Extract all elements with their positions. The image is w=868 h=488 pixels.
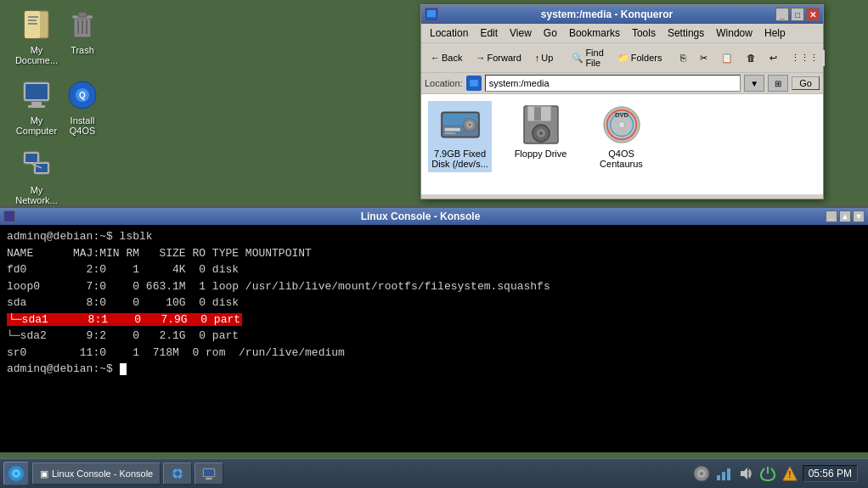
desktop-icon-network[interactable]: My Network... <box>7 144 66 209</box>
svg-rect-64 <box>727 468 730 480</box>
console-window: Linux Console - Konsole _ ▲ ▼ adminq@deb… <box>0 206 868 452</box>
konqueror-toolbar: ← Back → Forward ↑ Up 🔍 Find File 📁 Fold… <box>421 43 823 73</box>
console-line-5: └─sda1 8:1 0 7.9G 0 part <box>7 311 861 328</box>
up-arrow-icon: ↑ <box>535 53 540 63</box>
bar-resize-button[interactable]: ⊞ <box>768 75 788 92</box>
console-close-button[interactable]: ▼ <box>853 210 865 222</box>
cursor <box>120 363 127 375</box>
minimize-button[interactable]: _ <box>775 8 789 21</box>
back-button[interactable]: ← Back <box>425 50 468 65</box>
copy-button[interactable]: ⎘ <box>674 50 692 65</box>
console-body[interactable]: adminq@debian:~$ lsblk NAME MAJ:MIN RM S… <box>0 225 868 452</box>
monitor-icon <box>202 467 216 480</box>
taskbar-settings-button[interactable] <box>163 463 192 485</box>
install-icon: Q <box>65 78 99 112</box>
svg-rect-14 <box>28 105 45 108</box>
taskbar-monitor-button[interactable] <box>194 463 223 485</box>
svg-rect-37 <box>534 107 541 121</box>
hdd-icon <box>440 104 481 145</box>
systray-alert-icon[interactable]: ! <box>781 464 799 483</box>
menu-window[interactable]: Window <box>711 25 758 41</box>
menu-settings[interactable]: Settings <box>662 25 709 41</box>
console-line-2: fd0 2:0 1 4K 0 disk <box>7 261 861 278</box>
svg-rect-63 <box>722 472 725 480</box>
folders-button[interactable]: 📁 Folders <box>612 50 668 66</box>
menu-view[interactable]: View <box>504 25 537 41</box>
menu-location[interactable]: Location <box>425 25 473 41</box>
systray-network-icon[interactable] <box>714 464 733 483</box>
location-input[interactable]: system:/media <box>485 75 741 92</box>
svg-rect-33 <box>444 128 459 132</box>
svg-point-40 <box>539 132 543 135</box>
titlebar-controls: _ □ ✕ <box>775 8 820 21</box>
konqueror-title: system:/media - Konqueror <box>438 8 775 20</box>
trash-label: Trash <box>70 45 94 55</box>
copy-icon: ⎘ <box>680 53 686 63</box>
console-line-4: sda 8:0 0 10G 0 disk <box>7 294 861 311</box>
console-line-8: adminq@debian:~$ <box>7 361 861 378</box>
menu-bookmarks[interactable]: Bookmarks <box>564 25 625 41</box>
cut-button[interactable]: ✂ <box>694 50 713 66</box>
forward-button[interactable]: → Forward <box>470 50 527 65</box>
delete-icon: 🗑 <box>747 53 756 63</box>
svg-rect-62 <box>717 475 720 480</box>
find-file-button[interactable]: 🔍 Find File <box>566 45 609 70</box>
taskbar-konsole-button[interactable]: ▣ Linux Console - Konsole <box>32 463 161 485</box>
svg-rect-56 <box>204 469 214 476</box>
dvd-label: Q4OS Centaurus <box>593 149 650 169</box>
back-arrow-icon: ← <box>431 53 440 63</box>
paste-button[interactable]: 📋 <box>715 50 739 66</box>
console-line-0: adminq@debian:~$ lsblk <box>7 228 861 245</box>
systray: ! 05:56 PM <box>685 464 865 483</box>
go-button[interactable]: Go <box>792 76 820 90</box>
start-button[interactable] <box>3 462 29 485</box>
file-item-hdd[interactable]: 7.9GB FixedDisk (/dev/s... <box>428 101 492 172</box>
systray-power-icon[interactable] <box>758 464 777 483</box>
settings-icon <box>171 467 184 480</box>
console-maximize-button[interactable]: ▲ <box>839 210 851 222</box>
console-line-6: └─sda2 9:2 0 2.1G 0 part <box>7 328 861 345</box>
svg-point-44 <box>618 121 625 128</box>
svg-point-48 <box>14 472 18 475</box>
desktop-icon-install-q4os[interactable]: Q InstallQ4OS <box>53 75 112 139</box>
konsole-icon: ▣ <box>40 468 48 480</box>
menu-edit[interactable]: Edit <box>475 25 503 41</box>
paste-icon: 📋 <box>721 53 733 64</box>
grid-button[interactable]: ⋮⋮⋮ <box>785 50 825 66</box>
desktop-icon-trash[interactable]: Trash <box>53 4 112 59</box>
find-icon: 🔍 <box>572 53 583 64</box>
console-line-7: sr0 11:0 1 718M 0 rom /run/live/medium <box>7 345 861 362</box>
systray-audio-icon[interactable] <box>736 464 755 483</box>
svg-marker-65 <box>741 468 747 480</box>
highlighted-row: └─sda1 8:1 0 7.9G 0 part <box>7 313 242 326</box>
up-button[interactable]: ↑ Up <box>529 50 560 65</box>
systray-cd-icon[interactable] <box>692 464 711 483</box>
svg-text:!: ! <box>788 470 791 480</box>
close-button[interactable]: ✕ <box>806 8 820 21</box>
menu-go[interactable]: Go <box>538 25 562 41</box>
svg-rect-34 <box>444 132 455 134</box>
file-item-floppy[interactable]: Floppy Drive <box>509 101 572 162</box>
install-label: InstallQ4OS <box>70 115 96 136</box>
menu-help[interactable]: Help <box>759 25 791 41</box>
taskbar-clock: 05:56 PM <box>803 465 858 482</box>
svg-point-61 <box>700 472 703 475</box>
svg-point-32 <box>468 124 471 126</box>
console-minimize-button[interactable]: _ <box>826 210 837 222</box>
konqueror-window: system:/media - Konqueror _ □ ✕ Location… <box>420 4 824 199</box>
svg-text:DVD: DVD <box>614 111 628 119</box>
file-item-dvd[interactable]: DVD Q4OS Centaurus <box>589 101 653 172</box>
maximize-button[interactable]: □ <box>791 8 804 21</box>
svg-rect-12 <box>25 84 48 99</box>
delete-button[interactable]: 🗑 <box>741 50 762 65</box>
konqueror-menubar: Location Edit View Go Bookmarks Tools Se… <box>421 24 823 43</box>
location-dropdown-button[interactable]: ▼ <box>744 75 764 92</box>
dvd-icon: DVD <box>601 104 642 145</box>
console-line-1: NAME MAJ:MIN RM SIZE RO TYPE MOUNTPOINT <box>7 245 861 262</box>
undo-button[interactable]: ↩ <box>764 50 783 66</box>
menu-tools[interactable]: Tools <box>627 25 661 41</box>
svg-rect-26 <box>470 80 478 87</box>
floppy-icon <box>521 104 561 145</box>
svg-rect-51 <box>177 468 178 470</box>
network-label: My Network... <box>10 185 63 205</box>
